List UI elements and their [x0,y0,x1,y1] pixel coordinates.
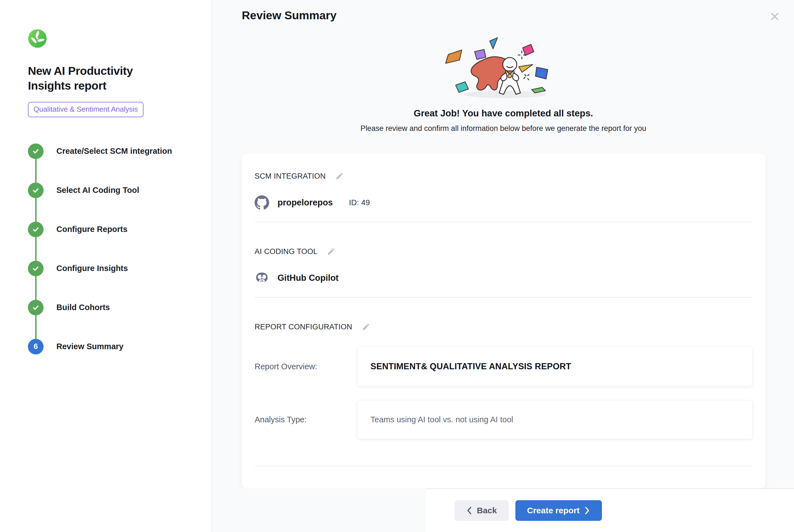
page-title: Review Summary [213,0,794,22]
wizard-sidebar: New AI Productivity Insights report Qual… [0,0,212,532]
check-icon [32,187,40,194]
report-overview-label: Report Overview: [254,362,357,371]
chevron-left-icon [466,506,472,515]
step-done-circle [28,222,43,237]
github-copilot-icon [254,271,269,285]
scm-integration-name: propelorepos [278,197,333,208]
step-active-circle: 6 [28,339,43,355]
step-label: Configure Insights [56,264,128,273]
check-icon [32,265,40,272]
chevron-right-icon [584,506,590,515]
step-done-circle [28,144,43,159]
check-icon [32,304,40,311]
scm-section-heading: SCM INTEGRATION [254,172,326,180]
check-icon [32,147,40,155]
step-done-circle [28,183,43,198]
step-configure-insights[interactable]: Configure Insights [28,261,196,300]
step-label: Select AI Coding Tool [56,186,139,195]
section-divider [254,222,753,222]
wizard-stepper: Create/Select SCM integration Select AI … [28,144,196,355]
back-button[interactable]: Back [454,500,509,521]
step-number: 6 [34,342,38,351]
step-create-select-scm[interactable]: Create/Select SCM integration [28,144,196,183]
section-divider [254,297,753,298]
analysis-type-value-box: Teams using AI tool vs. not using AI too… [357,400,753,439]
pencil-icon [362,323,370,331]
report-configuration-section: REPORT CONFIGURATION Report Overview: SE… [254,322,753,467]
ai-coding-tool-section: AI CODING TOOL [254,246,753,298]
close-icon [768,10,781,23]
edit-report-config-button[interactable] [361,322,371,332]
ai-tool-name: GitHub Copilot [278,273,339,283]
create-report-button-label: Create report [527,506,580,515]
analysis-type-label: Analysis Type: [254,415,357,424]
analysis-type-badge: Qualitative & Sentiment Analysis [28,102,144,117]
github-icon [254,195,269,210]
panel-scroll-area[interactable]: Review Summary [213,0,794,489]
step-label: Configure Reports [56,225,128,234]
step-label: Build Cohorts [56,303,110,312]
report-overview-value-box: SENTIMENT& QUALITATIVE ANALYSIS REPORT [357,347,753,386]
edit-scm-button[interactable] [334,171,345,182]
pencil-icon [335,172,344,180]
report-wizard-title: New AI Productivity Insights report [28,64,173,94]
report-overview-value: SENTIMENT& QUALITATIVE ANALYSIS REPORT [371,361,571,371]
step-build-cohorts[interactable]: Build Cohorts [28,300,196,339]
pencil-icon [327,247,335,256]
summary-card: SCM INTEGRATION prop [242,153,765,489]
review-summary-panel: Review Summary [213,0,794,532]
section-divider [254,466,753,467]
celebration-illustration [438,34,569,104]
congrats-hero: Great Job! You have completed all steps.… [213,34,794,133]
report-config-section-heading: REPORT CONFIGURATION [254,323,352,331]
back-button-label: Back [477,506,497,515]
analysis-type-value: Teams using AI tool vs. not using AI too… [371,415,513,424]
edit-ai-tool-button[interactable] [326,246,336,257]
step-review-summary[interactable]: 6 Review Summary [28,339,196,355]
step-done-circle [28,261,43,276]
step-done-circle [28,300,43,316]
propeller-logo-icon [28,29,47,48]
create-report-button[interactable]: Create report [515,500,602,521]
step-select-ai-tool[interactable]: Select AI Coding Tool [28,183,196,222]
step-label: Create/Select SCM integration [56,147,172,156]
scm-integration-id: ID: 49 [349,198,370,207]
report-overview-row: Report Overview: SENTIMENT& QUALITATIVE … [254,347,753,386]
app-window: New AI Productivity Insights report Qual… [0,0,794,532]
congrats-subtitle: Please review and confirm all informatio… [213,124,794,133]
wizard-footer: Back Create report [426,489,794,532]
close-button[interactable] [768,10,782,23]
check-icon [32,226,40,233]
ai-tool-section-heading: AI CODING TOOL [254,247,318,256]
congrats-title: Great Job! You have completed all steps. [213,108,794,119]
scm-integration-section: SCM INTEGRATION prop [254,171,753,222]
step-configure-reports[interactable]: Configure Reports [28,222,196,261]
step-label: Review Summary [56,342,124,351]
analysis-type-row: Analysis Type: Teams using AI tool vs. n… [254,400,753,439]
